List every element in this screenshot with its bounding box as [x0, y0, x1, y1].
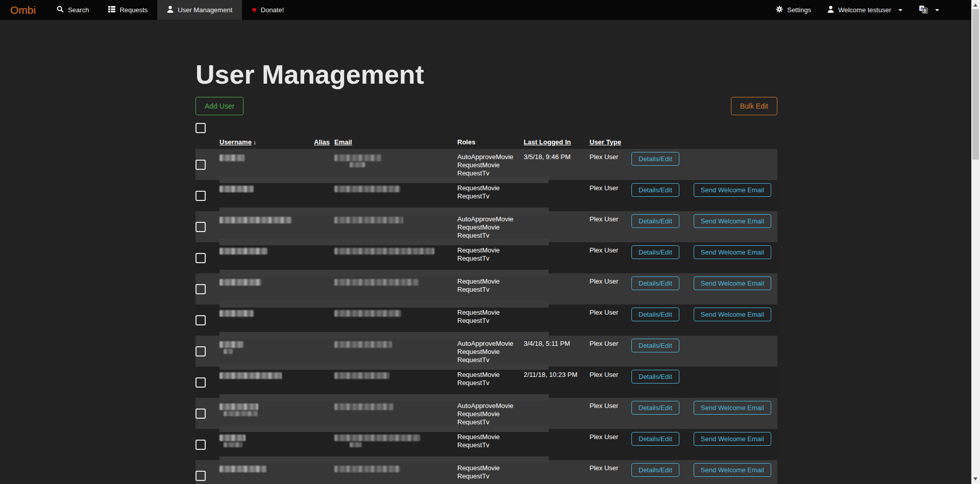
details-edit-button[interactable]: Details/Edit: [631, 183, 679, 197]
sort-email-link[interactable]: Email: [334, 138, 352, 146]
scroll-down-icon[interactable]: [973, 477, 977, 480]
user-type-cell: Plex User: [590, 429, 631, 460]
details-edit-button[interactable]: Details/Edit: [631, 370, 679, 384]
username-cell: [219, 242, 314, 273]
language-icon: A 文: [919, 5, 928, 15]
table-row: AutoApproveMovieRequestMovieRequestTv Pl…: [195, 398, 777, 429]
language-menu[interactable]: A 文: [912, 5, 946, 15]
username-cell: [219, 304, 314, 336]
username-cell: [219, 211, 314, 242]
role-label: RequestTv: [457, 192, 524, 200]
table-row: RequestMovieRequestTv Plex User Details/…: [195, 304, 777, 336]
nav-tab-user-management[interactable]: User Management: [157, 0, 242, 20]
header-checkbox-spacer: [195, 138, 219, 149]
navbar-right: Settings Welcome testuser A 文: [769, 0, 980, 20]
details-edit-button[interactable]: Details/Edit: [631, 339, 679, 352]
vertical-scrollbar[interactable]: [971, 0, 980, 484]
last-logged-in-cell: [524, 211, 590, 242]
user-type-cell: Plex User: [590, 273, 631, 304]
row-checkbox[interactable]: [195, 409, 206, 419]
nav-tab-label: Donate!: [261, 6, 284, 14]
search-icon: [57, 6, 64, 14]
sort-user-type-link[interactable]: User Type: [590, 138, 621, 146]
user-menu[interactable]: Welcome testuser: [820, 6, 910, 14]
send-welcome-email-button[interactable]: Send Welcome Email: [694, 214, 771, 228]
header-roles: Roles: [457, 138, 524, 149]
scrollbar-thumb[interactable]: [972, 9, 979, 160]
settings-menu[interactable]: Settings: [769, 6, 818, 14]
nav-tabs: Search Requests User Management ♥ Donate…: [47, 0, 293, 20]
main-content: User Management Add User Bulk Edit Usern…: [195, 59, 777, 484]
actions-cell: Details/Edit: [631, 336, 777, 367]
redaction-band: [219, 208, 549, 214]
roles-cell: AutoApproveMovieRequestMovieRequestTv: [457, 336, 524, 367]
row-checkbox[interactable]: [195, 440, 206, 450]
details-edit-button[interactable]: Details/Edit: [631, 245, 679, 259]
username-redacted-line2: [224, 411, 258, 416]
send-welcome-email-button[interactable]: Send Welcome Email: [694, 401, 771, 415]
select-all-checkbox[interactable]: [195, 123, 206, 133]
actions-cell: Details/Edit: [631, 367, 777, 398]
user-type-cell: Plex User: [590, 211, 631, 242]
username-redacted: [219, 248, 267, 254]
row-checkbox[interactable]: [195, 377, 206, 388]
send-welcome-email-button[interactable]: Send Welcome Email: [694, 432, 771, 446]
sort-last-logged-in-link[interactable]: Last Logged In: [524, 138, 571, 146]
username-redacted: [219, 435, 246, 441]
nav-tab-label: Search: [68, 6, 89, 14]
details-edit-button[interactable]: Details/Edit: [631, 152, 679, 166]
email-cell: [334, 149, 457, 180]
add-user-button[interactable]: Add User: [195, 97, 243, 115]
username-redacted: [219, 341, 243, 348]
row-checkbox[interactable]: [195, 191, 206, 201]
last-logged-in-cell: 3/5/18, 9:46 PM: [524, 149, 590, 180]
role-label: RequestMovie: [457, 348, 524, 356]
details-edit-button[interactable]: Details/Edit: [631, 276, 679, 290]
bulk-edit-button[interactable]: Bulk Edit: [731, 97, 777, 115]
ombi-logo[interactable]: Ombi: [0, 0, 47, 20]
row-checkbox[interactable]: [195, 346, 206, 356]
email-cell: [334, 398, 457, 429]
toolbar: Add User Bulk Edit: [195, 97, 777, 115]
sort-alias-link[interactable]: Alias: [314, 138, 330, 146]
row-checkbox[interactable]: [195, 284, 206, 294]
heart-icon: ♥: [252, 6, 257, 14]
table-row: RequestMovieRequestTv Plex User Details/…: [195, 273, 777, 304]
nav-tab-requests[interactable]: Requests: [99, 0, 157, 20]
details-edit-button[interactable]: Details/Edit: [631, 401, 679, 415]
row-checkbox[interactable]: [195, 160, 206, 170]
actions-cell: Details/Edit Send Welcome Email: [631, 460, 777, 484]
email-redacted: [334, 466, 400, 472]
details-edit-button[interactable]: Details/Edit: [631, 308, 679, 321]
redaction-band: [219, 270, 549, 276]
details-edit-button[interactable]: Details/Edit: [631, 214, 679, 228]
nav-tab-search[interactable]: Search: [47, 0, 99, 20]
nav-tab-donate[interactable]: ♥ Donate!: [242, 0, 293, 20]
chevron-down-icon: [935, 9, 939, 11]
send-welcome-email-button[interactable]: Send Welcome Email: [694, 463, 771, 477]
row-checkbox[interactable]: [195, 471, 206, 481]
role-label: RequestTv: [457, 472, 524, 480]
send-welcome-email-button[interactable]: Send Welcome Email: [694, 276, 771, 290]
alias-cell: [314, 429, 334, 460]
send-welcome-email-button[interactable]: Send Welcome Email: [694, 245, 771, 259]
send-welcome-email-button[interactable]: Send Welcome Email: [694, 183, 771, 197]
row-checkbox[interactable]: [195, 315, 206, 325]
table-row: AutoApproveMovieRequestMovieRequestTv 3/…: [195, 336, 777, 367]
role-label: RequestMovie: [457, 246, 524, 254]
email-cell: [334, 460, 457, 484]
details-edit-button[interactable]: Details/Edit: [631, 432, 679, 446]
list-icon: [108, 6, 115, 14]
scroll-up-icon[interactable]: [973, 4, 977, 7]
settings-label: Settings: [787, 6, 811, 14]
row-checkbox[interactable]: [195, 222, 206, 232]
alias-cell: [314, 211, 334, 242]
username-cell: [219, 336, 314, 367]
sort-username-link[interactable]: Username: [219, 138, 252, 146]
details-edit-button[interactable]: Details/Edit: [631, 463, 679, 477]
roles-cell: AutoApproveMovieRequestMovieRequestTv: [457, 398, 524, 429]
row-checkbox[interactable]: [195, 253, 206, 263]
role-label: RequestTv: [457, 441, 524, 449]
send-welcome-email-button[interactable]: Send Welcome Email: [694, 308, 771, 321]
email-redacted: [334, 372, 389, 379]
